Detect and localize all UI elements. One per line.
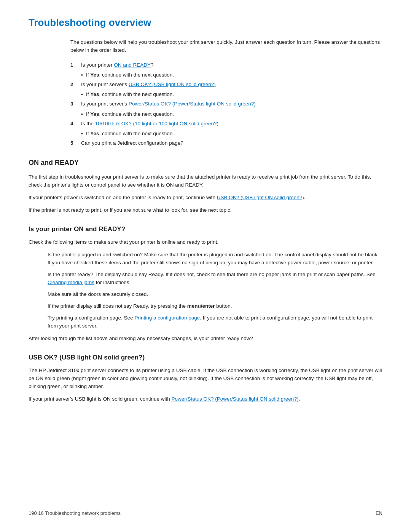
- section-heading-usb-ok: USB OK? (USB light ON solid green?): [29, 353, 382, 363]
- list-number: 3: [70, 100, 81, 108]
- list-item-content: Is your printer ON and READY?: [81, 61, 154, 69]
- list-item-content: Is your print server's Power/Status OK? …: [81, 100, 256, 108]
- para-text-after: .: [304, 195, 306, 200]
- page-footer: 190 16 Troubleshooting network problems …: [29, 506, 382, 517]
- printing-config-link[interactable]: Printing a configuration page: [134, 315, 200, 321]
- footer-right: EN: [376, 510, 382, 517]
- indented-text-before-4: If the printer display still does not sa…: [48, 303, 187, 309]
- para-text-before: If your printer's power is switched on a…: [29, 195, 217, 200]
- list-item: 2 Is your print server's USB OK? (USB li…: [70, 81, 382, 99]
- section-heading-is-your-printer: Is your printer ON and READY?: [29, 224, 382, 234]
- item-text-before: Is the: [81, 121, 95, 126]
- on-and-ready-link[interactable]: ON and READY: [114, 62, 151, 68]
- list-item-content: Is your print server's USB OK? (USB ligh…: [81, 81, 216, 88]
- link-ok-link[interactable]: 10/100 link OK? (10 light or 100 light O…: [95, 121, 218, 126]
- list-item: 1 Is your printer ON and READY? If Yes, …: [70, 61, 382, 79]
- section-para-2: If your printer's power is switched on a…: [29, 194, 382, 202]
- list-number: 2: [70, 81, 81, 88]
- after-indented-para: After looking through the list above and…: [29, 335, 382, 343]
- usb-text-before: If your print server's USB light is ON s…: [29, 396, 171, 402]
- list-item-content: Is the 10/100 link OK? (10 light or 100 …: [81, 120, 218, 128]
- list-item: 3 Is your print server's Power/Status OK…: [70, 100, 382, 118]
- section-para-3: If the printer is not ready to print, or…: [29, 206, 382, 214]
- sub-bullet: If Yes, continue with the next question.: [81, 71, 382, 79]
- bold-text: menu/enter: [187, 303, 215, 309]
- numbered-list: 1 Is your printer ON and READY? If Yes, …: [70, 61, 382, 147]
- list-number: 5: [70, 139, 81, 147]
- indented-block-1: Is the printer plugged in and switched o…: [48, 251, 382, 267]
- item-text-after: ?: [151, 62, 154, 68]
- sub-bullet: If Yes, continue with the next question.: [81, 130, 382, 138]
- list-item: 5 Can you print a Jetdirect configuratio…: [70, 139, 382, 147]
- indented-text-before-5: Try printing a configuration page. See: [48, 315, 134, 321]
- indented-text-after-4: button.: [215, 303, 232, 309]
- section-on-and-ready: ON and READY The first step in troublesh…: [29, 158, 382, 214]
- section-para-check: Check the following items to make sure t…: [29, 238, 382, 246]
- indented-text-before: Is the printer ready? The display should…: [48, 272, 376, 277]
- usb-para-1: The HP Jetdirect 310x print server conne…: [29, 367, 382, 391]
- indented-block-2: Is the printer ready? The display should…: [48, 271, 382, 287]
- footer-left: 190 16 Troubleshooting network problems: [29, 510, 121, 517]
- usb-para-2: If your print server's USB light is ON s…: [29, 395, 382, 403]
- list-number: 1: [70, 61, 81, 69]
- section-is-your-printer: Is your printer ON and READY? Check the …: [29, 224, 382, 343]
- usb-ok-link[interactable]: USB OK? (USB light ON solid green?): [129, 81, 216, 87]
- item-text-before: Is your print server's: [81, 81, 129, 87]
- clearing-media-jams-link[interactable]: Clearing media jams: [48, 280, 94, 285]
- section-para-1: The first step in troubleshooting your p…: [29, 173, 382, 189]
- indented-block-5: Try printing a configuration page. See P…: [48, 314, 382, 330]
- power-status-link[interactable]: Power/Status OK? (Power/Status light ON …: [129, 101, 256, 107]
- intro-paragraph: The questions below will help you troubl…: [70, 38, 382, 54]
- page-title: Troubleshooting overview: [29, 15, 382, 30]
- item-text-before: Is your printer: [81, 62, 114, 68]
- usb-text-after: .: [298, 396, 300, 402]
- indented-block-4: If the printer display still does not sa…: [48, 302, 382, 310]
- power-status-link-2[interactable]: Power/Status OK? (Power/Status light ON …: [171, 396, 298, 402]
- usb-ok-link-2[interactable]: USB OK? (USB light ON solid green?): [217, 195, 304, 200]
- list-number: 4: [70, 120, 81, 128]
- item-text-before: Is your print server's: [81, 101, 129, 107]
- indented-text-after: for instructions.: [94, 280, 131, 285]
- sub-bullet: If Yes, continue with the next question.: [81, 91, 382, 99]
- indented-block-3: Make sure all the doors are securely clo…: [48, 291, 382, 299]
- sub-bullet: If Yes, continue with the next question.: [81, 110, 382, 118]
- list-item: 4 Is the 10/100 link OK? (10 light or 10…: [70, 120, 382, 138]
- section-usb-ok: USB OK? (USB light ON solid green?) The …: [29, 353, 382, 403]
- section-heading-on-and-ready: ON and READY: [29, 158, 382, 168]
- list-item-content: Can you print a Jetdirect configuration …: [81, 139, 183, 147]
